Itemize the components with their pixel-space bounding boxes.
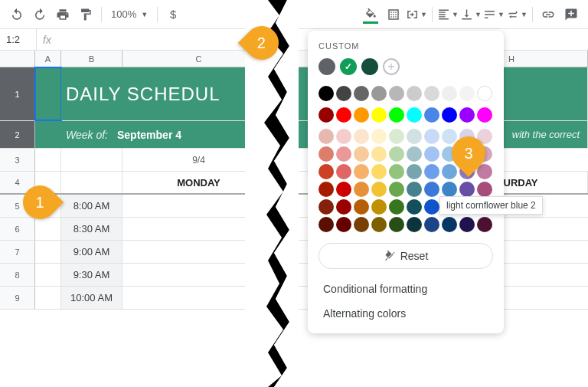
color-swatch[interactable] [459, 107, 475, 123]
color-swatch[interactable] [336, 217, 351, 232]
color-swatch[interactable] [336, 164, 351, 179]
cell-c4[interactable]: MONDAY [122, 172, 276, 193]
select-all-corner[interactable] [0, 51, 35, 67]
add-custom-color-button[interactable]: + [383, 58, 400, 75]
text-rotation-button[interactable]: ▼ [506, 4, 528, 25]
color-swatch[interactable] [477, 107, 492, 123]
cell-c3[interactable]: 9/4 [122, 149, 276, 171]
color-swatch[interactable] [424, 164, 439, 179]
color-swatch[interactable] [371, 182, 387, 197]
row-header-1[interactable]: 1 [0, 67, 35, 120]
cell-b5[interactable]: 8:00 AM [61, 195, 122, 217]
color-swatch[interactable] [442, 164, 457, 179]
borders-button[interactable] [383, 4, 404, 25]
color-swatch[interactable] [442, 217, 457, 232]
color-swatch[interactable] [354, 129, 369, 144]
row-header-8[interactable]: 8 [0, 264, 35, 286]
vertical-align-button[interactable]: ▼ [460, 4, 482, 25]
cell-b6[interactable]: 8:30 AM [61, 218, 122, 240]
color-swatch[interactable] [407, 182, 422, 197]
color-swatch[interactable] [389, 182, 404, 197]
cell-b4[interactable] [61, 172, 122, 193]
color-swatch[interactable] [318, 107, 334, 123]
color-swatch[interactable] [407, 146, 422, 162]
cell-c7[interactable] [122, 241, 276, 263]
insert-comment-button[interactable] [560, 4, 582, 25]
cell-c5[interactable] [122, 195, 276, 217]
color-swatch[interactable] [477, 182, 492, 197]
cell-c9[interactable] [122, 287, 276, 309]
cell-hint-left[interactable]: C [245, 121, 291, 148]
zoom-dropdown[interactable]: 100%▼ [106, 8, 152, 20]
cell-a9[interactable] [35, 287, 61, 309]
paint-format-button[interactable] [75, 4, 96, 25]
color-swatch[interactable] [318, 199, 334, 215]
color-swatch[interactable] [459, 129, 475, 144]
color-swatch[interactable] [336, 146, 351, 162]
color-swatch[interactable] [407, 199, 422, 215]
row-header-3[interactable]: 3 [0, 149, 35, 171]
color-swatch[interactable] [477, 164, 492, 179]
cell-a6[interactable] [35, 218, 61, 240]
custom-color-swatch[interactable] [318, 58, 335, 75]
color-swatch[interactable] [371, 107, 387, 123]
color-swatch[interactable] [371, 199, 387, 215]
color-swatch[interactable] [371, 164, 387, 179]
color-swatch[interactable] [424, 129, 439, 144]
color-swatch[interactable] [336, 182, 351, 197]
undo-button[interactable] [6, 4, 28, 25]
color-swatch[interactable] [424, 86, 439, 101]
color-swatch[interactable] [389, 146, 404, 162]
cell-b8[interactable]: 9:30 AM [61, 264, 122, 286]
name-box[interactable]: 1:2 [0, 29, 37, 50]
color-swatch[interactable] [389, 107, 404, 123]
column-header-b[interactable]: B [61, 51, 122, 67]
color-swatch[interactable] [424, 146, 439, 162]
color-swatch[interactable] [459, 164, 475, 179]
color-swatch[interactable] [442, 86, 457, 101]
row-header-7[interactable]: 7 [0, 241, 35, 263]
color-swatch[interactable] [442, 107, 457, 123]
row-header-2[interactable]: 2 [0, 121, 35, 148]
color-swatch[interactable] [371, 129, 387, 144]
color-swatch[interactable] [354, 164, 369, 179]
color-swatch[interactable] [354, 146, 369, 162]
color-swatch[interactable] [459, 86, 475, 101]
color-swatch[interactable] [407, 86, 422, 101]
cell-a1[interactable] [35, 67, 61, 120]
horizontal-align-button[interactable]: ▼ [437, 4, 459, 25]
color-swatch[interactable] [442, 129, 457, 144]
color-swatch[interactable] [354, 107, 369, 123]
custom-color-swatch[interactable] [340, 58, 357, 75]
color-swatch[interactable] [318, 182, 334, 197]
redo-button[interactable] [29, 4, 51, 25]
color-swatch[interactable] [424, 182, 439, 197]
reset-button[interactable]: Reset [318, 243, 493, 269]
fill-color-button[interactable] [360, 4, 381, 25]
color-swatch[interactable] [371, 86, 387, 101]
color-swatch[interactable] [477, 217, 492, 232]
color-swatch[interactable] [318, 217, 334, 232]
color-swatch[interactable] [318, 146, 334, 162]
row-header-9[interactable]: 9 [0, 287, 35, 309]
cell-a3[interactable] [35, 149, 61, 171]
color-swatch[interactable] [389, 129, 404, 144]
color-swatch[interactable] [459, 146, 475, 162]
custom-color-swatch[interactable] [361, 58, 378, 75]
color-swatch[interactable] [336, 199, 351, 215]
row-header-5[interactable]: 5 [0, 195, 35, 217]
print-button[interactable] [52, 4, 74, 25]
color-swatch[interactable] [389, 199, 404, 215]
insert-link-button[interactable] [537, 4, 559, 25]
color-swatch[interactable] [389, 164, 404, 179]
column-header-a[interactable]: A [35, 51, 61, 67]
color-swatch[interactable] [442, 146, 457, 162]
color-swatch[interactable] [336, 129, 351, 144]
color-swatch[interactable] [407, 164, 422, 179]
color-swatch[interactable] [477, 129, 492, 144]
cell-week-of[interactable]: Week of: September 4 [61, 121, 245, 148]
color-swatch[interactable] [459, 182, 475, 197]
cell-c8[interactable] [122, 264, 276, 286]
color-swatch[interactable] [407, 107, 422, 123]
color-swatch[interactable] [318, 164, 334, 179]
